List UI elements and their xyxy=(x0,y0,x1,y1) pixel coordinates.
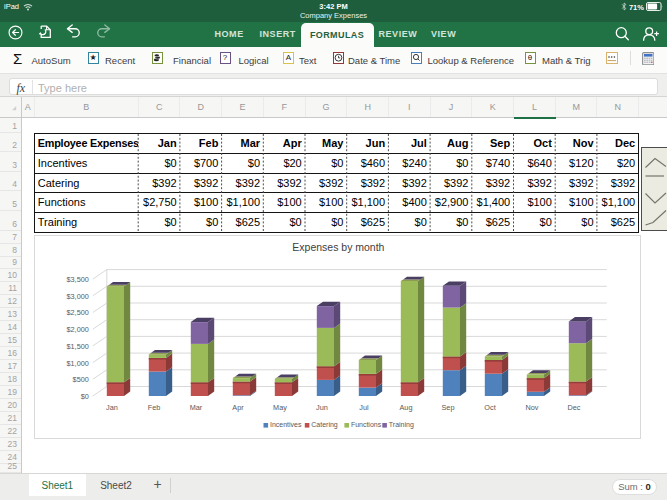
svg-text:$1,000: $1,000 xyxy=(67,358,89,367)
svg-text:Jul: Jul xyxy=(360,402,370,411)
svg-text:Catering: Catering xyxy=(311,421,338,429)
svg-text:Incentives: Incentives xyxy=(270,421,302,428)
svg-text:$0: $0 xyxy=(81,391,89,400)
svg-text:$500: $500 xyxy=(73,375,89,384)
svg-text:$2,000: $2,000 xyxy=(67,325,89,334)
svg-text:Jun: Jun xyxy=(316,402,328,411)
svg-text:Dec: Dec xyxy=(568,402,581,411)
svg-text:$1,500: $1,500 xyxy=(67,341,89,350)
svg-text:May: May xyxy=(273,402,287,411)
svg-text:Sep: Sep xyxy=(442,402,455,411)
svg-text:Nov: Nov xyxy=(526,402,539,411)
svg-text:Training: Training xyxy=(389,421,414,429)
svg-text:$3,500: $3,500 xyxy=(67,275,89,284)
svg-text:$2,500: $2,500 xyxy=(67,308,89,317)
svg-text:Feb: Feb xyxy=(148,402,161,411)
svg-text:$3,000: $3,000 xyxy=(67,291,89,300)
svg-text:Oct: Oct xyxy=(485,402,496,411)
svg-text:Aug: Aug xyxy=(400,402,413,411)
svg-text:Expenses by month: Expenses by month xyxy=(293,242,385,253)
svg-text:Mar: Mar xyxy=(190,402,203,411)
svg-text:Functions: Functions xyxy=(351,421,382,428)
svg-text:Jan: Jan xyxy=(106,402,118,411)
svg-text:Apr: Apr xyxy=(233,402,245,411)
